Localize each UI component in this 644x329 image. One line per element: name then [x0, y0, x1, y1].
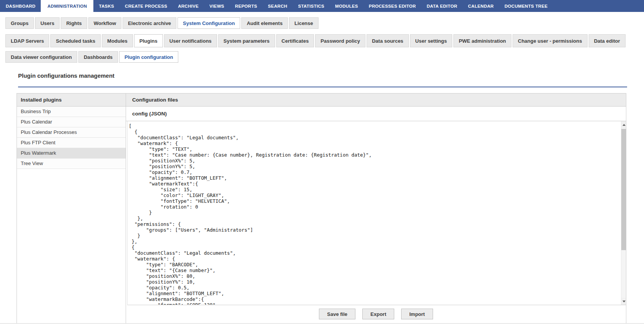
installed-plugins-header: Installed plugins	[17, 94, 126, 106]
code-line: "size": 15,	[129, 187, 620, 192]
tab-pwe-administration[interactable]: PWE administration	[453, 34, 511, 47]
scroll-up-icon	[622, 124, 626, 126]
code-line: },	[129, 215, 620, 221]
code-line: }	[129, 233, 620, 239]
code-line: "type": "TEXT",	[129, 146, 620, 152]
tab-password-policy[interactable]: Password policy	[315, 34, 365, 47]
nav-item-administration[interactable]: ADMINISTRATION	[41, 0, 93, 12]
installed-plugins-list: Business TripPlus CalendarPlus Calendar …	[17, 107, 126, 323]
save-file-button[interactable]: Save file	[319, 309, 355, 319]
page-bottom-divider	[0, 323, 644, 324]
code-line: "watermark": {	[129, 256, 620, 262]
scrollbar-thumb[interactable]	[621, 129, 626, 250]
plugin-configurations-panel: Installed plugins Configuration files Bu…	[17, 93, 626, 323]
code-line: "documentClass": "Legal documents",	[129, 135, 620, 140]
config-json-editor[interactable]: [ { "documentClass": "Legal documents", …	[127, 121, 626, 305]
top-navigation: DASHBOARDADMINISTRATIONTASKSCREATE PROCE…	[0, 0, 644, 12]
scroll-down-button[interactable]	[621, 298, 626, 305]
nav-item-search[interactable]: SEARCH	[262, 0, 292, 12]
tab-plugin-configuration[interactable]: Plugin configuration	[119, 51, 178, 63]
code-line: "watermarkBarcode":{	[129, 296, 620, 302]
config-file-label: config (JSON)	[126, 107, 626, 121]
plugin-item-tree-view[interactable]: Tree View	[17, 159, 126, 169]
plugin-item-plus-calendar-processes[interactable]: Plus Calendar Processes	[17, 127, 126, 138]
tab-data-sources[interactable]: Data sources	[367, 34, 409, 47]
tab-audit-elements[interactable]: Audit elements	[241, 17, 288, 29]
code-line: "fontType": "HELVETICA",	[129, 198, 620, 204]
tab-user-notifications[interactable]: User notifications	[164, 34, 217, 47]
panel-header-row: Installed plugins Configuration files	[17, 94, 626, 107]
code-line: "watermarkText":{	[129, 181, 620, 187]
tab-ldap-servers[interactable]: LDAP Servers	[5, 34, 49, 47]
code-line: },	[129, 239, 620, 244]
nav-item-documents-tree[interactable]: DOCUMENTS TREE	[499, 0, 553, 12]
export-button[interactable]: Export	[362, 309, 394, 319]
config-json-code[interactable]: [ { "documentClass": "Legal documents", …	[128, 121, 626, 305]
code-line: "color": "LIGHT_GRAY",	[129, 192, 620, 198]
tab-system-configuration[interactable]: System Configuration	[178, 17, 240, 29]
code-line: "groups": ["Users", "Administrators"]	[129, 227, 620, 233]
nav-item-data-editor[interactable]: DATA EDITOR	[421, 0, 463, 12]
code-line: "alignment": "BOTTOM_LEFT",	[129, 291, 620, 296]
config-actions: Save fileExportImport	[126, 305, 626, 323]
tab-workflow[interactable]: Workflow	[88, 17, 121, 29]
configuration-files-header: Configuration files	[126, 94, 626, 106]
tab-groups[interactable]: Groups	[5, 17, 34, 29]
nav-item-reports[interactable]: REPORTS	[230, 0, 263, 12]
tab-data-viewer-configuration[interactable]: Data viewer configuration	[5, 51, 77, 63]
code-line: [	[129, 123, 620, 129]
tab-certificates[interactable]: Certificates	[276, 34, 314, 47]
tab-plugins[interactable]: Plugins	[134, 34, 163, 47]
nav-item-tasks[interactable]: TASKS	[93, 0, 120, 12]
nav-item-dashboard[interactable]: DASHBOARD	[0, 0, 41, 12]
configuration-files-column: config (JSON) [ { "documentClass": "Lega…	[126, 107, 626, 323]
nav-item-modules[interactable]: MODULES	[330, 0, 363, 12]
nav-item-calendar[interactable]: CALENDAR	[463, 0, 499, 12]
scroll-down-icon	[622, 301, 626, 302]
code-line: }	[129, 210, 620, 215]
nav-item-processes-editor[interactable]: PROCESSES EDITOR	[363, 0, 422, 12]
import-button[interactable]: Import	[401, 309, 433, 319]
nav-item-statistics[interactable]: STATISTICS	[293, 0, 330, 12]
tab-user-settings[interactable]: User settings	[410, 34, 452, 47]
nav-item-views[interactable]: VIEWS	[204, 0, 230, 12]
tab-change-user-permissions[interactable]: Change user - permissions	[513, 34, 588, 47]
scroll-up-button[interactable]	[621, 121, 626, 128]
plugin-item-plus-calendar[interactable]: Plus Calendar	[17, 117, 126, 127]
code-line: "positionX%": 80,	[129, 273, 620, 279]
code-line: "text": "{Case number}",	[129, 267, 620, 273]
code-line: "watermark": {	[129, 140, 620, 146]
tab-system-parameters[interactable]: System parameters	[218, 34, 275, 47]
code-line: {	[129, 129, 620, 135]
code-line: "opacity": 0.5,	[129, 285, 620, 291]
tab-electronic-archive[interactable]: Electronic archive	[123, 17, 176, 29]
panel-body: Business TripPlus CalendarPlus Calendar …	[17, 107, 626, 323]
code-line: "text": "Case number: {Case number}, Reg…	[129, 152, 620, 158]
editor-scrollbar[interactable]	[621, 121, 626, 305]
code-line: "opacity": 0.7,	[129, 169, 620, 175]
plugin-item-plus-watermark[interactable]: Plus Watermark	[17, 148, 126, 159]
title-underline	[18, 87, 627, 87]
tab-license[interactable]: License	[289, 17, 318, 29]
nav-item-archive[interactable]: ARCHIVE	[173, 0, 204, 12]
code-line: "positionY%": 10,	[129, 279, 620, 285]
code-line: "format": "CODE-128"	[129, 302, 620, 305]
code-line: "permissions": {	[129, 221, 620, 227]
page-title: Plugin configurations management	[18, 72, 115, 79]
code-line: {	[129, 244, 620, 250]
tab-dashboards[interactable]: Dashboards	[78, 51, 118, 63]
code-line: "documentClass": "Legal documents",	[129, 250, 620, 256]
code-line: "rotation": 0	[129, 204, 620, 210]
code-line: "type": "BARCODE",	[129, 262, 620, 267]
tabs-plugins: Data viewer configurationDashboardsPlugi…	[5, 51, 178, 63]
tabs-administration: GroupsUsersRightsWorkflowElectronic arch…	[5, 17, 319, 29]
plugin-item-business-trip[interactable]: Business Trip	[17, 107, 126, 117]
code-line: "positionX%": 5,	[129, 158, 620, 164]
plugin-item-plus-ftp-client[interactable]: Plus FTP Client	[17, 138, 126, 148]
tab-scheduled-tasks[interactable]: Scheduled tasks	[50, 34, 101, 47]
nav-item-create-process[interactable]: CREATE PROCESS	[120, 0, 173, 12]
tab-data-editor[interactable]: Data editor	[589, 34, 626, 47]
tab-modules[interactable]: Modules	[102, 34, 133, 47]
tab-rights[interactable]: Rights	[61, 17, 87, 29]
tab-users[interactable]: Users	[35, 17, 60, 29]
